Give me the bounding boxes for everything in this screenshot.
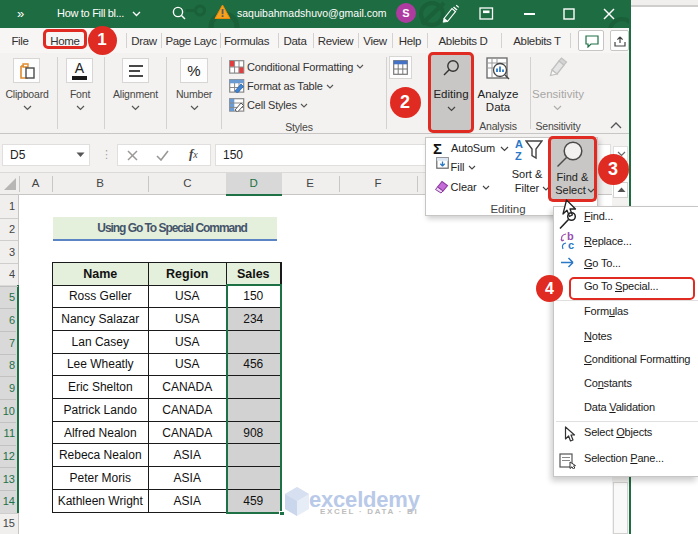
- svg-text:c: c: [568, 239, 574, 251]
